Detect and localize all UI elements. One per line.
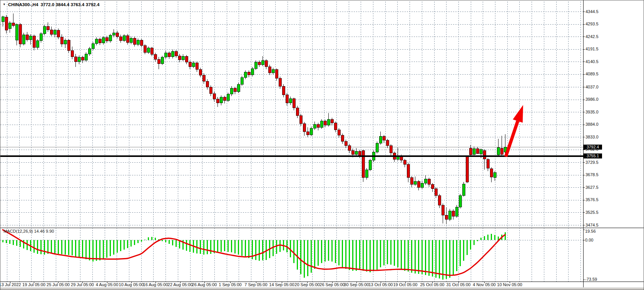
candle-body: [50, 30, 53, 34]
macd-bar: [224, 240, 225, 251]
time-axis-label[interactable]: 16 Aug 05:00: [143, 282, 168, 287]
time-axis-label[interactable]: 14 Sep 05:00: [269, 282, 294, 287]
candle-body: [251, 68, 254, 75]
candle-body: [147, 48, 150, 52]
candle-body: [241, 78, 243, 84]
candle-body: [112, 33, 115, 35]
macd-bar: [266, 240, 267, 260]
candle-body: [227, 94, 229, 101]
candle-body: [403, 160, 406, 164]
macd-bar: [498, 237, 499, 240]
macd-bar: [106, 240, 107, 258]
candle-body: [334, 123, 337, 130]
candle-body: [105, 38, 108, 41]
time-axis-label[interactable]: 22 Aug 05:00: [168, 282, 193, 287]
candle-body: [157, 59, 160, 63]
candle-body: [202, 75, 205, 82]
macd-bar: [356, 240, 357, 271]
price-axis-label: 4089.5: [585, 72, 599, 76]
macd-bar: [16, 240, 17, 246]
macd-bar: [304, 240, 305, 278]
macd-bar: [480, 238, 482, 240]
time-axis-label[interactable]: 1 Sep 05:00: [219, 282, 241, 287]
candle-body: [223, 97, 226, 100]
macd-bar: [113, 240, 114, 255]
macd-bar: [85, 240, 87, 259]
macd-bar: [470, 240, 471, 250]
macd-bar: [40, 240, 42, 254]
bottom-scrollbar-strip[interactable]: [0, 288, 644, 290]
time-axis-label[interactable]: 25 Oct 05:00: [420, 282, 445, 287]
time-axis-label[interactable]: 25 Jul 05:00: [47, 282, 70, 287]
macd-bar: [505, 232, 506, 240]
candle-body: [40, 34, 42, 41]
macd-bar: [307, 240, 308, 276]
time-axis-label[interactable]: 4 Aug 05:00: [96, 282, 119, 287]
chart-canvas[interactable]: [0, 0, 644, 290]
macd-bar: [54, 240, 55, 254]
time-axis-label[interactable]: 13 Oct 05:00: [369, 282, 393, 287]
macd-bar: [210, 240, 211, 254]
price-axis-label: 3935.0: [585, 110, 599, 114]
macd-bar: [13, 240, 14, 245]
candle-body: [209, 87, 212, 94]
macd-bar: [72, 240, 73, 255]
macd-bar: [453, 240, 454, 275]
macd-bar: [314, 240, 315, 269]
price-axis-label: 3627.5: [585, 185, 599, 190]
price-axis-label: 4140.5: [585, 59, 599, 64]
macd-bar: [165, 240, 166, 242]
time-axis-label[interactable]: 10 Nov 05:00: [497, 282, 522, 287]
candle-body: [102, 38, 105, 43]
macd-bar: [207, 240, 208, 254]
candle-body: [455, 207, 458, 216]
candle-body: [320, 121, 323, 128]
macd-bar: [186, 240, 187, 251]
chevron-down-icon[interactable]: ▼: [3, 3, 6, 6]
candle-body: [493, 173, 496, 178]
time-axis-label[interactable]: 19 Oct 05:00: [393, 282, 418, 287]
time-axis-label[interactable]: 4 Nov 05:00: [473, 282, 495, 287]
macd-bar: [345, 240, 346, 269]
candle-body: [57, 30, 60, 37]
macd-bar: [89, 240, 90, 260]
macd-bar: [231, 240, 232, 252]
macd-bar: [217, 240, 218, 252]
time-axis-label[interactable]: 31 Oct 05:00: [447, 282, 471, 287]
time-axis-label[interactable]: 30 Sep 05:00: [344, 282, 369, 287]
candle-body: [448, 211, 451, 219]
price-axis-label: 4191.5: [585, 47, 599, 51]
candle-body: [410, 178, 413, 185]
macd-bar: [151, 237, 152, 240]
time-axis-label[interactable]: 19 Jul 05:00: [22, 282, 45, 287]
candle-body: [36, 41, 39, 48]
macd-bar: [227, 240, 229, 252]
price-axis-label: 3884.0: [585, 122, 599, 127]
macd-bar: [325, 240, 326, 262]
time-axis-label[interactable]: 10 Aug 05:00: [119, 282, 144, 287]
macd-bar: [373, 240, 374, 271]
macd-bar: [176, 240, 177, 247]
time-axis-label[interactable]: 7 Sep 05:00: [244, 282, 267, 287]
macd-bar: [141, 240, 142, 242]
candle-body: [119, 37, 122, 40]
macd-bar: [321, 240, 322, 263]
candle-body: [19, 24, 22, 44]
time-axis-label[interactable]: 13 Jul 2022: [0, 282, 21, 287]
time-axis-label[interactable]: 20 Sep 05:00: [294, 282, 319, 287]
macd-axis-label: -73.59: [585, 277, 597, 282]
candle-body: [29, 36, 32, 40]
trend-arrow[interactable]: [506, 105, 523, 157]
macd-bar: [335, 240, 336, 263]
candle-body: [168, 53, 171, 57]
candle-body: [60, 37, 63, 44]
candle-body: [268, 67, 271, 73]
macd-bar: [33, 240, 35, 253]
macd-signal-line: [3, 230, 505, 275]
time-axis-label[interactable]: 26 Sep 05:00: [319, 282, 345, 287]
time-axis-label[interactable]: 26 Aug 05:00: [192, 282, 217, 287]
candle-body: [497, 148, 500, 155]
macd-bar: [169, 240, 170, 244]
macd-bar: [359, 240, 360, 270]
time-axis-label[interactable]: 29 Jul 05:00: [71, 282, 94, 287]
